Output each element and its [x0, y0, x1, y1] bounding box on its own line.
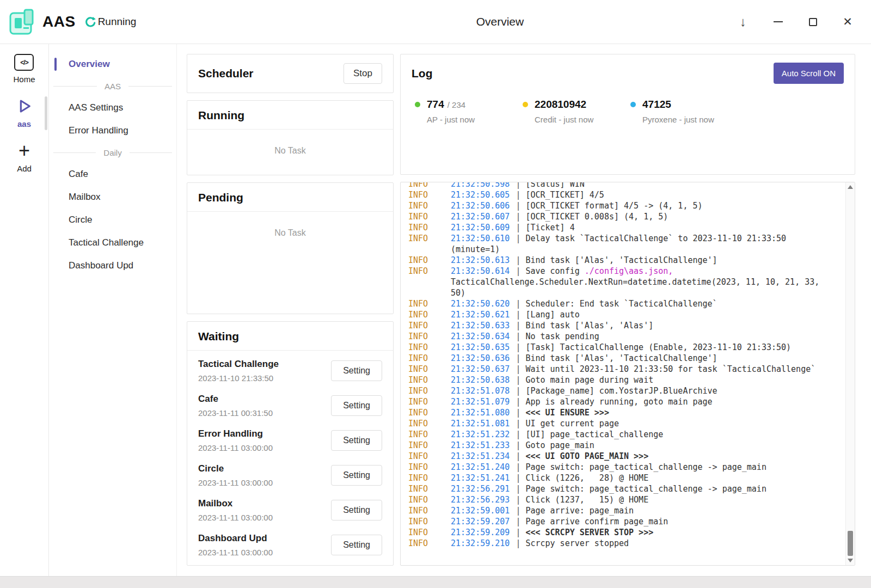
download-icon: ↓ [740, 14, 746, 29]
running-refresh-icon [84, 16, 97, 28]
log-line: INFO21:32:51.233|Goto page_main [408, 440, 837, 451]
log-level: INFO [408, 182, 428, 189]
log-level: INFO [408, 353, 428, 364]
task-name: Dashboard Upd [198, 533, 273, 544]
sidebar-item-dashboard-upd[interactable]: Dashboard Upd [49, 254, 176, 277]
running-empty-text: No Task [187, 146, 393, 156]
scrollbar-thumb[interactable] [848, 531, 853, 556]
log-scrollbar[interactable] [845, 182, 855, 565]
task-column: Scheduler Stop Running No Task Pending N… [187, 54, 394, 566]
log-time: 21:32:51.234 [451, 451, 510, 461]
sidebar-item-cafe[interactable]: Cafe [49, 163, 176, 186]
log-separator: | [516, 538, 520, 548]
task-name: Circle [198, 463, 273, 474]
sidebar-item-circle[interactable]: Circle [49, 209, 176, 231]
task-setting-button[interactable]: Setting [331, 360, 382, 381]
main-content: Scheduler Stop Running No Task Pending N… [177, 44, 871, 576]
log-message: Scrcpy server stopped [525, 538, 629, 548]
log-time: 21:32:51.240 [451, 462, 510, 472]
task-setting-button[interactable]: Setting [331, 535, 382, 555]
rail-item-label: Home [13, 75, 35, 84]
stat-top: 774/ 234 [415, 99, 523, 111]
log-separator: | [516, 342, 520, 352]
log-line: INFO21:32:50.636|Bind task ['Alas', 'Tac… [408, 353, 837, 364]
log-message: [OCR_TICKET format] 4/5 -> (4, 1, 5) [525, 201, 702, 211]
task-setting-button[interactable]: Setting [331, 430, 382, 451]
log-column: Log Auto Scroll ON 774/ 234AP - just now… [400, 54, 855, 566]
log-separator: | [516, 310, 520, 320]
log-separator: | [516, 375, 520, 385]
log-level: INFO [408, 298, 428, 309]
sidebar-item-label: Mailbox [69, 192, 101, 203]
minimize-button[interactable] [771, 15, 785, 29]
rail-item-label: Add [17, 164, 32, 173]
maximize-button[interactable] [806, 15, 820, 29]
update-download-button[interactable]: ↓ [736, 15, 750, 29]
close-icon: ✕ [843, 15, 852, 28]
log-message: <<< UI ENSURE >>> [525, 408, 609, 418]
task-setting-button[interactable]: Setting [331, 395, 382, 416]
log-time: 21:32:50.637 [451, 364, 510, 374]
rail-item-home[interactable]: Home [13, 54, 35, 84]
log-level: INFO [408, 396, 428, 407]
play-icon [16, 97, 33, 115]
running-title: Running [198, 109, 244, 121]
close-button[interactable]: ✕ [841, 15, 855, 29]
stat-label: AP - just now [415, 115, 523, 124]
log-separator: | [516, 440, 520, 450]
run-status-label: Running [98, 16, 137, 28]
log-message: Wait until 2023-11-10 21:33:50 for task … [525, 364, 815, 374]
stat-top: 47125 [630, 99, 738, 111]
log-level: INFO [408, 483, 428, 494]
stat-value: 774 [427, 99, 444, 111]
scroll-down-icon[interactable] [848, 559, 853, 562]
log-line: INFO21:32:51.241|Click (1226, 28) @ HOME [408, 473, 837, 483]
log-line: INFO21:32:59.209|<<< SCRCPY SERVER STOP … [408, 527, 837, 538]
waiting-task-row: Error Handling2023-11-11 03:00:00Setting [198, 423, 382, 458]
log-separator: | [516, 353, 520, 363]
sidebar-item-mailbox[interactable]: Mailbox [49, 186, 176, 209]
sidebar-item-aas-settings[interactable]: AAS Settings [49, 96, 176, 119]
scroll-up-icon[interactable] [848, 185, 853, 189]
log-level: INFO [408, 233, 428, 244]
log-separator: | [516, 430, 520, 439]
sidebar-item-label: Circle [69, 215, 92, 225]
log-time: 21:32:50.621 [451, 310, 510, 320]
sidebar-item-overview[interactable]: Overview [49, 53, 176, 76]
log-line: INFO21:32:51.081|UI get current page [408, 418, 837, 429]
sidebar-item-tactical-challenge[interactable]: Tactical Challenge [49, 231, 176, 254]
waiting-task-row: Cafe2023-11-11 00:31:50Setting [198, 388, 382, 423]
log-separator: | [516, 473, 520, 483]
log-line: INFO21:32:50.620|Scheduler: End task `Ta… [408, 298, 837, 309]
log-line: INFO21:32:51.240|Page switch: page_tacti… [408, 462, 837, 473]
stat-total: / 234 [447, 100, 465, 109]
log-message: Page switch: page_tactical_challenge -> … [525, 484, 766, 494]
rail-item-aas[interactable]: aas [16, 97, 33, 128]
task-setting-button[interactable]: Setting [331, 465, 382, 486]
log-line: INFO21:32:50.613|Bind task ['Alas', 'Tac… [408, 255, 837, 266]
log-message: [OCR_TICKET] 4/5 [525, 190, 604, 200]
rail-item-add[interactable]: Add [17, 142, 32, 173]
log-message: Page switch: page_tactical_challenge -> … [525, 462, 766, 472]
log-separator: | [516, 451, 520, 461]
log-line: INFO21:32:59.207|Page arrive confirm pag… [408, 516, 837, 527]
log-output[interactable]: INFO21:32:50.598|[Status] WININFO21:32:5… [400, 182, 855, 566]
scheduler-stop-button[interactable]: Stop [344, 63, 382, 84]
log-message: <<< SCRCPY SERVER STOP >>> [525, 528, 653, 537]
waiting-card: Waiting Tactical Challenge2023-11-10 21:… [187, 321, 394, 566]
log-message: [OCR_TICKET 0.008s] (4, 1, 5) [525, 212, 668, 222]
task-setting-button[interactable]: Setting [331, 500, 382, 520]
log-time: 21:32:51.078 [451, 386, 510, 396]
waiting-task-row: Tactical Challenge2023-11-10 21:33:50Set… [198, 353, 382, 388]
log-message: [Lang] auto [525, 310, 579, 320]
task-scheduled-time: 2023-11-11 03:00:00 [198, 548, 273, 557]
log-message: Bind task ['Alas', 'TacticalChallenge'] [525, 353, 717, 363]
rail-scrollbar-thumb[interactable] [45, 96, 47, 130]
log-separator: | [516, 266, 520, 276]
sidebar-item-error-handling[interactable]: Error Handling [49, 119, 176, 142]
log-level: INFO [408, 342, 428, 353]
auto-scroll-toggle[interactable]: Auto Scroll ON [774, 63, 844, 84]
log-line: INFO21:32:51.234|<<< UI GOTO PAGE_MAIN >… [408, 451, 837, 462]
log-message: Page arrive: page_main [525, 506, 634, 516]
log-level: INFO [408, 505, 428, 516]
